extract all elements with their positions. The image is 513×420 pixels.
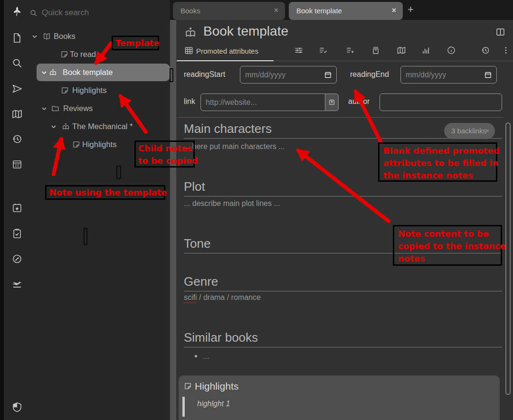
tofu-glyph [170,68,173,82]
plane-land-icon[interactable] [11,278,23,289]
map-icon[interactable] [397,46,406,55]
note-tree-panel: Books To read Book template [27,0,170,420]
blockquote-bar [182,397,185,417]
map-icon[interactable] [11,108,23,120]
quick-search[interactable] [27,5,170,22]
tab-label[interactable]: Books [180,7,200,15]
search-icon[interactable] [11,57,23,69]
similar-books-list-item[interactable]: ... [184,352,209,361]
tree-item-the-mechanical[interactable]: The Mechanical * [27,118,170,136]
jump-to-note-icon[interactable] [11,83,23,94]
author-label: author [348,97,370,106]
sliders-icon[interactable] [294,46,304,55]
tab-label[interactable]: Book template [296,7,342,15]
tab-bar: Books × Book template × + [170,0,513,20]
close-icon[interactable]: × [485,127,489,134]
list-check-icon[interactable] [318,46,328,55]
genre-text-rest: / drama / romance [197,293,261,301]
quick-search-input[interactable] [42,6,156,20]
special-date-icon[interactable] [11,202,23,214]
annotation-template: Template [112,36,159,50]
shield-icon[interactable] [11,401,23,413]
reading-end-date-input[interactable] [400,66,497,84]
book-open-icon [43,32,51,40]
heading-similar-books: Similar books [184,330,502,347]
bullet-icon [195,355,197,357]
link-label: link [184,97,195,106]
chevron-down-icon[interactable] [31,33,38,40]
tree-item-label[interactable]: To read [70,50,96,59]
note-icon [72,140,80,149]
list-plus-icon[interactable] [345,46,355,55]
calendar-icon[interactable] [11,159,23,170]
more-options-icon[interactable] [501,46,511,55]
annotation-note-using-template: Note using the template [45,185,165,200]
split-pane-icon[interactable] [495,27,505,37]
reading-start-label: readingStart [184,70,225,79]
screen-edge-strip [0,0,4,420]
tree-item-label[interactable]: Books [54,32,76,41]
calendar-icon[interactable] [484,71,492,79]
author-input[interactable] [380,93,502,111]
tree-item-label[interactable]: Reviews [63,104,93,113]
dashboard-icon[interactable] [11,253,23,264]
note-detail-pane: Book template Promoted attributes [176,20,513,420]
close-icon[interactable]: × [274,6,278,15]
reading-end-label: readingEnd [350,70,389,79]
ribbon-underline [176,61,513,61]
child-note-card[interactable]: Highlights highlght 1 [179,375,500,420]
annotation-child-notes: Child notes to be copied [134,140,195,168]
misspelled-word: scifi [184,293,197,301]
section-divider [177,117,504,118]
folder-icon [51,104,59,112]
chevron-down-icon[interactable] [50,123,57,131]
annotation-note-content: Note content to be copied to the instanc… [393,225,502,266]
tree-item-book-template[interactable]: Book template [27,64,170,82]
chevron-down-icon[interactable] [40,105,48,112]
note-title[interactable]: Book template [203,24,288,39]
tree-item-label[interactable]: Highlights [82,140,116,149]
child-note-title[interactable]: Highlights [195,381,238,392]
tab-book-template[interactable]: Book template × [289,2,403,20]
tree-item-highlights[interactable]: Highlights [27,82,170,100]
backlinks-badge[interactable]: 3 backlinks × [444,123,495,139]
list-item-text: ... [203,352,209,360]
plot-text[interactable]: ... describe main plot lines ... [184,199,280,208]
chevron-down-icon[interactable] [40,69,48,76]
note-icon [61,86,69,94]
reading-start-date-input[interactable] [240,66,337,84]
bar-chart-icon[interactable] [421,46,430,55]
search-icon [29,9,38,17]
tofu-glyph [84,228,87,245]
calendar-icon[interactable] [324,71,332,79]
link-input[interactable] [200,93,325,111]
open-external-link-button[interactable] [325,93,339,111]
note-history-icon[interactable] [481,46,490,55]
recent-changes-icon[interactable] [11,133,23,145]
scrollbar-thumb[interactable] [505,122,511,395]
close-icon[interactable]: × [392,6,396,15]
main-characters-text[interactable]: ... here put main characters ... [184,142,285,151]
tab-books[interactable]: Books × [173,2,285,20]
archive-icon[interactable] [371,46,380,55]
genre-text[interactable]: scifi / drama / romance [184,293,261,302]
tree-item-label[interactable]: Book template [63,68,113,77]
blockquote-text[interactable]: highlght 1 [197,400,230,408]
new-note-icon[interactable] [11,32,23,44]
trilium-app: Books To read Book template [0,0,513,420]
task-checklist-icon[interactable] [11,228,23,239]
note-icon [60,50,68,58]
launcher-bar [4,0,27,420]
tree-item-label[interactable]: The Mechanical * [72,122,133,131]
book-reader-icon [62,122,70,131]
tree-item-reviews[interactable]: Reviews [27,100,170,118]
trilium-logo-icon[interactable] [11,6,23,17]
heading-genre: Genre [184,274,502,291]
ribbon-active-tab-label[interactable]: Promoted attributes [196,47,258,55]
new-tab-button[interactable]: + [408,3,414,16]
info-icon[interactable] [446,46,456,55]
promoted-attributes-icon[interactable] [184,46,193,55]
tree-item-label[interactable]: Highlights [72,86,106,95]
annotation-blank-attributes: Blank defined promoted attributes to be … [378,142,497,182]
tofu-glyph [116,166,121,179]
